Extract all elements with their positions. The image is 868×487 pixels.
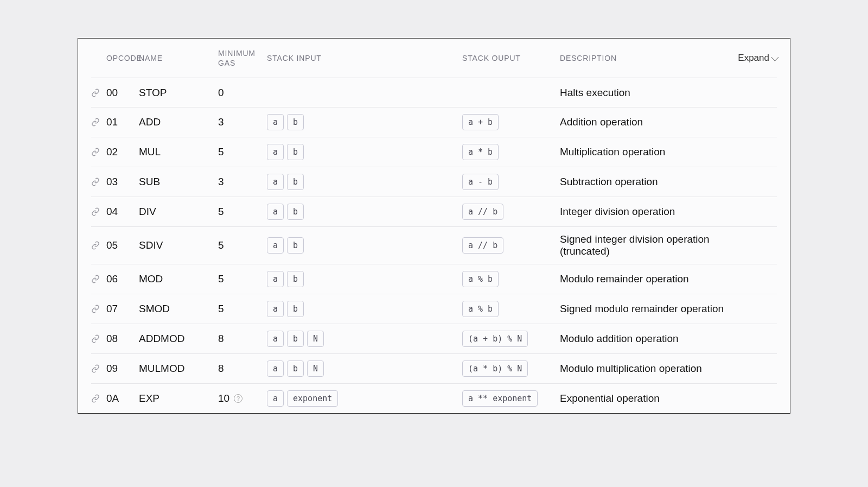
- opcode-value: 04: [106, 206, 139, 218]
- link-icon[interactable]: [91, 118, 106, 127]
- stack-token: a % b: [462, 271, 499, 287]
- table-row[interactable]: 05SDIV5aba // bSigned integer division o…: [91, 227, 777, 264]
- opcode-description: Signed modulo remainder operation: [560, 303, 728, 315]
- gas-value: 5: [218, 273, 267, 285]
- gas-value: 3: [218, 116, 267, 128]
- header-gas: MINIMUM GAS: [218, 48, 267, 68]
- opcode-value: 01: [106, 116, 139, 128]
- gas-value: 5: [218, 239, 267, 251]
- gas-value: 10?: [218, 393, 267, 404]
- link-icon[interactable]: [91, 88, 106, 97]
- table-row[interactable]: 04DIV5aba // bInteger division operation: [91, 197, 777, 227]
- opcode-value: 0A: [106, 393, 139, 404]
- stack-input: abN: [267, 360, 462, 377]
- gas-value: 5: [218, 303, 267, 315]
- opcode-description: Exponential operation: [560, 393, 728, 404]
- table-row[interactable]: 09MULMOD8abN(a * b) % NModulo multiplica…: [91, 354, 777, 384]
- opcode-name: SUB: [139, 176, 218, 188]
- stack-token: a - b: [462, 174, 499, 190]
- stack-token: b: [287, 271, 304, 287]
- table-row[interactable]: 00STOP0Halts execution: [91, 78, 777, 107]
- stack-token: b: [287, 360, 304, 377]
- stack-token: a: [267, 114, 284, 130]
- opcode-description: Halts execution: [560, 87, 728, 99]
- stack-token: a: [267, 390, 284, 407]
- stack-input: ab: [267, 271, 462, 287]
- stack-token: a * b: [462, 144, 499, 160]
- stack-output: a ** exponent: [462, 390, 560, 407]
- table-row[interactable]: 08ADDMOD8abN(a + b) % NModulo addition o…: [91, 324, 777, 354]
- gas-value: 5: [218, 206, 267, 218]
- gas-value: 0: [218, 87, 267, 99]
- stack-input: aexponent: [267, 390, 462, 407]
- table-row[interactable]: 01ADD3aba + bAddition operation: [91, 107, 777, 137]
- link-icon[interactable]: [91, 305, 106, 313]
- stack-token: b: [287, 174, 304, 190]
- stack-input: ab: [267, 301, 462, 317]
- opcode-name: MULMOD: [139, 363, 218, 375]
- opcode-value: 03: [106, 176, 139, 188]
- stack-output: a % b: [462, 301, 560, 317]
- header-name: NAME: [139, 54, 218, 62]
- stack-token: a // b: [462, 204, 503, 220]
- stack-token: a: [267, 204, 284, 220]
- stack-token: b: [287, 331, 304, 347]
- link-icon[interactable]: [91, 394, 106, 403]
- link-icon[interactable]: [91, 334, 106, 343]
- gas-value: 5: [218, 146, 267, 158]
- opcode-name: MUL: [139, 146, 218, 158]
- opcode-description: Subtraction operation: [560, 176, 728, 188]
- link-icon[interactable]: [91, 275, 106, 283]
- table-row[interactable]: 03SUB3aba - bSubtraction operation: [91, 167, 777, 197]
- table-row[interactable]: 07SMOD5aba % bSigned modulo remainder op…: [91, 294, 777, 324]
- stack-token: a + b: [462, 114, 499, 130]
- stack-token: a % b: [462, 301, 499, 317]
- table-header: OPCODE NAME MINIMUM GAS STACK INPUT STAC…: [91, 39, 777, 78]
- opcode-description: Modulo multiplication operation: [560, 363, 728, 375]
- gas-value: 8: [218, 363, 267, 375]
- gas-value: 8: [218, 333, 267, 345]
- link-icon[interactable]: [91, 148, 106, 156]
- stack-token: b: [287, 301, 304, 317]
- opcode-name: MOD: [139, 273, 218, 285]
- opcode-name: ADDMOD: [139, 333, 218, 345]
- stack-token: N: [307, 360, 324, 377]
- link-icon[interactable]: [91, 241, 106, 250]
- gas-value: 3: [218, 176, 267, 188]
- stack-token: a // b: [462, 237, 503, 254]
- header-description: DESCRIPTION: [560, 54, 728, 62]
- opcode-value: 06: [106, 273, 139, 285]
- help-icon[interactable]: ?: [234, 394, 242, 403]
- header-opcode: OPCODE: [106, 54, 139, 62]
- link-icon[interactable]: [91, 207, 106, 216]
- stack-token: a: [267, 271, 284, 287]
- table-row[interactable]: 06MOD5aba % bModulo remainder operation: [91, 264, 777, 294]
- stack-token: N: [307, 331, 324, 347]
- opcode-description: Addition operation: [560, 116, 728, 128]
- opcode-description: Modulo remainder operation: [560, 273, 728, 285]
- expand-button[interactable]: Expand: [738, 53, 777, 64]
- stack-output: (a + b) % N: [462, 331, 560, 347]
- opcode-description: Integer division operation: [560, 206, 728, 218]
- stack-output: a * b: [462, 144, 560, 160]
- table-row[interactable]: 02MUL5aba * bMultiplication operation: [91, 137, 777, 167]
- opcode-value: 09: [106, 363, 139, 375]
- stack-token: a: [267, 144, 284, 160]
- stack-output: a // b: [462, 204, 560, 220]
- stack-token: b: [287, 204, 304, 220]
- opcode-value: 02: [106, 146, 139, 158]
- opcode-description: Multiplication operation: [560, 146, 728, 158]
- stack-token: b: [287, 114, 304, 130]
- link-icon[interactable]: [91, 364, 106, 373]
- stack-input: ab: [267, 144, 462, 160]
- link-icon[interactable]: [91, 178, 106, 186]
- stack-output: a - b: [462, 174, 560, 190]
- stack-token: a: [267, 360, 284, 377]
- table-row[interactable]: 0AEXP10?aexponenta ** exponentExponentia…: [91, 384, 777, 413]
- opcode-table-panel: OPCODE NAME MINIMUM GAS STACK INPUT STAC…: [78, 38, 790, 414]
- header-stack-output: STACK OUPUT: [462, 54, 560, 62]
- stack-token: b: [287, 144, 304, 160]
- stack-token: (a + b) % N: [462, 331, 528, 347]
- opcode-description: Signed integer division operation (trunc…: [560, 233, 728, 257]
- expand-label: Expand: [738, 53, 769, 64]
